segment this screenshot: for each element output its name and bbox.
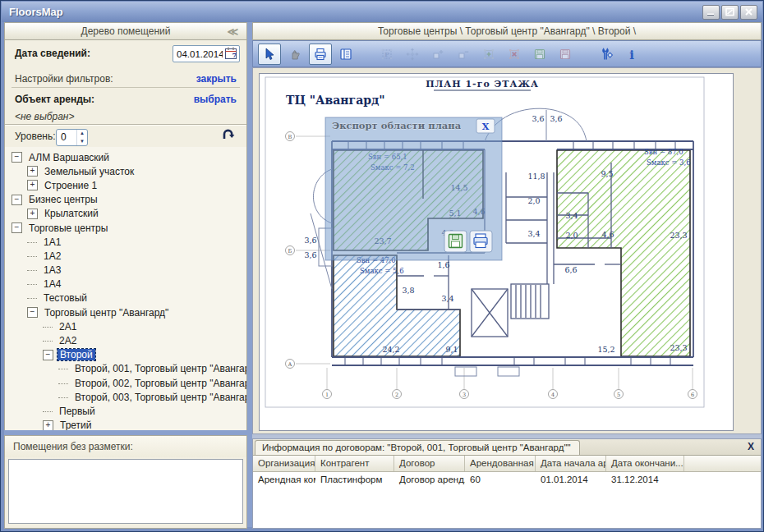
date-input[interactable]: [173, 48, 224, 60]
close-button[interactable]: [740, 5, 757, 20]
tree-connector: [43, 340, 53, 342]
tree-item[interactable]: 1А4: [5, 277, 246, 291]
collapse-sidebar-icon[interactable]: ≪: [227, 25, 238, 38]
print-button[interactable]: [309, 44, 332, 65]
level-label: Уровень:: [15, 131, 56, 142]
svg-text:Sмакс = 5,6: Sмакс = 5,6: [360, 267, 404, 275]
pan-hand-button[interactable]: [283, 44, 306, 65]
column-header[interactable]: Договор: [394, 456, 465, 471]
tree-item[interactable]: Второй, 003, Торговый центр "Авангард": [5, 390, 246, 404]
column-header[interactable]: Дата окончани...: [606, 456, 684, 471]
tree-item[interactable]: Первый: [5, 404, 246, 418]
svg-text:3,4: 3,4: [527, 229, 540, 238]
level-value: 0: [57, 130, 76, 145]
tree-item[interactable]: −Бизнес центры: [5, 193, 246, 207]
expand-node-icon[interactable]: +: [43, 420, 53, 430]
calendar-icon[interactable]: 7: [224, 47, 238, 61]
point-remove-button[interactable]: [452, 44, 475, 65]
tree-item[interactable]: −Торговый центр "Авангард": [5, 305, 246, 319]
save-region-button[interactable]: [528, 44, 551, 65]
tree-connector: [58, 383, 68, 384]
tree-item-label: 2А1: [57, 321, 79, 332]
point-add-button[interactable]: [426, 44, 449, 65]
export-print-button[interactable]: [470, 231, 492, 252]
tree-item[interactable]: +Строение 1: [5, 178, 246, 192]
cursor-icon: [262, 47, 277, 62]
tree-item[interactable]: +Земельный участок: [5, 164, 246, 178]
spinner-up-icon[interactable]: ▲: [77, 130, 87, 138]
floor-plan-page[interactable]: ПЛАН 1-го ЭТАЖА ТЦ "Авангард": [259, 73, 734, 431]
print-plan-icon: [474, 234, 487, 248]
tree-item-label: Бизнес центры: [26, 194, 100, 205]
title-bar[interactable]: FloorsMap: [2, 2, 762, 22]
collapse-node-icon[interactable]: −: [12, 222, 22, 233]
column-header[interactable]: Дата начала ар...: [536, 456, 606, 471]
rent-select-link[interactable]: выбрать: [194, 94, 237, 105]
tree-item-label: Второй: [58, 349, 95, 360]
svg-text:А: А: [288, 361, 292, 368]
column-header[interactable]: Арендованная ...: [465, 456, 536, 471]
tree-item[interactable]: 1А2: [5, 249, 246, 263]
export-close-button[interactable]: X: [476, 119, 495, 133]
expand-node-icon[interactable]: +: [27, 166, 38, 177]
restore-button[interactable]: [721, 5, 739, 20]
tree-item[interactable]: −Торговые центры: [5, 221, 246, 235]
svg-text:3: 3: [463, 392, 466, 398]
move-region-button[interactable]: [401, 44, 424, 65]
svg-text:i: i: [629, 47, 634, 62]
cursor-select-button[interactable]: [258, 44, 281, 65]
export-overlay-title: Экспорт области плана: [332, 120, 462, 131]
table-row[interactable]: Арендная компа...ПластинформДоговор арен…: [253, 472, 761, 487]
tree-item[interactable]: 2А1: [5, 319, 246, 333]
filters-close-link[interactable]: закрыть: [196, 73, 237, 85]
spinner-down-icon[interactable]: ▼: [77, 138, 87, 146]
collapse-node-icon[interactable]: −: [27, 307, 38, 318]
tree-item[interactable]: 1А1: [5, 235, 246, 249]
collapse-node-icon[interactable]: −: [43, 350, 53, 360]
collapse-node-icon[interactable]: −: [12, 152, 22, 163]
tree-item[interactable]: 1А3: [5, 264, 246, 277]
contracts-tab[interactable]: Информация по договорам: "Второй, 001, Т…: [255, 440, 580, 455]
unmarked-premises-list[interactable]: [8, 459, 243, 524]
export-save-button[interactable]: [444, 231, 467, 252]
svg-text:11,8: 11,8: [527, 172, 545, 181]
region-plan-button[interactable]: P: [375, 44, 398, 65]
column-header[interactable]: Организация: [253, 456, 315, 471]
refresh-button[interactable]: [220, 126, 237, 144]
tree-item[interactable]: 2А2: [5, 333, 246, 347]
tree-item[interactable]: Тестовый: [5, 291, 246, 305]
room-green-right[interactable]: [557, 150, 690, 356]
region-add-button[interactable]: [477, 44, 500, 65]
info-button[interactable]: i: [620, 44, 643, 65]
tree-connector: [27, 297, 37, 299]
tree-item-label: Третий: [58, 420, 94, 430]
export-close-label: X: [482, 122, 490, 132]
column-header[interactable]: Контрагент: [315, 456, 394, 471]
level-spinner[interactable]: 0 ▲ ▼: [56, 129, 88, 146]
rent-object-label: Объект аренды:: [15, 94, 94, 105]
plan-viewport[interactable]: ПЛАН 1-го ЭТАЖА ТЦ "Авангард": [252, 67, 762, 434]
cancel-region-button[interactable]: [554, 44, 577, 65]
tree-item[interactable]: Второй, 001, Торговый центр "Авангард": [5, 362, 246, 376]
date-field[interactable]: 7: [173, 45, 240, 62]
collapse-node-icon[interactable]: −: [12, 195, 22, 205]
expand-node-icon[interactable]: +: [27, 209, 38, 219]
move-cross-icon: [405, 47, 420, 62]
tree-connector: [27, 269, 37, 271]
tree-item-label: Второй, 003, Торговый центр "Авангард": [72, 392, 247, 403]
tree-item[interactable]: Второй, 002, Торговый центр "Авангард": [5, 376, 246, 390]
tree-item[interactable]: +Третий: [5, 419, 246, 430]
svg-text:3,6: 3,6: [532, 114, 544, 123]
tree-item[interactable]: −АЛМ Варшавский: [5, 150, 246, 164]
region-delete-button[interactable]: [503, 44, 526, 65]
tree-item-label: Тестовый: [41, 292, 90, 304]
expand-node-icon[interactable]: +: [27, 180, 38, 190]
legend-button[interactable]: [334, 44, 357, 65]
contracts-close-button[interactable]: X: [748, 441, 754, 452]
tree-item-label: 2А2: [57, 335, 79, 346]
tree-item[interactable]: +Крылатский: [5, 207, 246, 221]
tree-item[interactable]: −Второй: [5, 348, 246, 362]
minimize-button[interactable]: [702, 5, 720, 20]
svg-text:4,6: 4,6: [601, 230, 614, 239]
settings-button[interactable]: [595, 44, 618, 65]
